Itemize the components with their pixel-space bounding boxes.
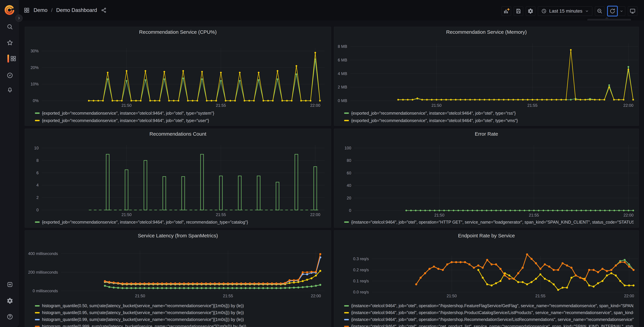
svg-text:400 milliseconds: 400 milliseconds	[28, 251, 58, 256]
svg-text:0.1 req/s: 0.1 req/s	[353, 279, 369, 283]
time-range-picker[interactable]: Last 15 minutes	[538, 6, 592, 16]
svg-text:8 MB: 8 MB	[338, 44, 347, 49]
legend-item[interactable]: {instance="otelcol:9464", job="otel", op…	[344, 316, 634, 323]
legend-label: histogram_quantile(0.50, sum(rate(latenc…	[42, 303, 244, 308]
legend-label: {exported_job="recommendationservice", i…	[42, 118, 209, 123]
sidebar-item-sign-in[interactable]	[6, 281, 14, 288]
legend-item[interactable]: histogram_quantile(0.999, sum(rate(laten…	[35, 323, 326, 327]
dashboard-canvas: Recommendation Service (CPU%)0%10%20%30%…	[19, 20, 644, 327]
svg-text:0.3 req/s: 0.3 req/s	[353, 256, 369, 261]
svg-text:0%: 0%	[33, 98, 38, 103]
sidebar-item-starred[interactable]	[6, 39, 14, 46]
breadcrumb-page[interactable]: Demo Dashboard	[56, 7, 97, 13]
kiosk-mode-icon	[630, 8, 636, 14]
svg-text:10%: 10%	[30, 82, 38, 86]
chevron-down-icon	[585, 9, 589, 13]
grafana-app: Demo / Demo Dashboard	[0, 0, 644, 327]
legend-swatch	[344, 312, 349, 314]
panel-service-latency: Service Latency (from SpanMetrics)0 mill…	[25, 230, 331, 327]
explore-compass-icon	[6, 72, 13, 79]
legend-item[interactable]: {exported_job="recommendationservice", i…	[344, 117, 634, 124]
refresh-icon	[609, 8, 616, 14]
sidebar-item-search[interactable]	[6, 23, 14, 30]
sidebar-item-dashboards[interactable]	[10, 55, 17, 62]
zoom-out-button[interactable]	[595, 6, 604, 16]
svg-text:2: 2	[36, 195, 38, 200]
chart[interactable]: 02040608010021:5021:5522:00	[334, 129, 639, 228]
legend-item[interactable]: {exported_job="recommendationservice", i…	[344, 110, 634, 117]
legend-swatch	[35, 112, 40, 114]
svg-text:6 MB: 6 MB	[338, 58, 347, 62]
sidebar-item-help[interactable]	[6, 313, 14, 320]
svg-text:21:55: 21:55	[223, 294, 233, 298]
top-navigation-bar: Demo / Demo Dashboard	[0, 0, 644, 20]
legend: histogram_quantile(0.50, sum(rate(latenc…	[35, 302, 326, 327]
legend-item[interactable]: {instance="otelcol:9464", job="otel", op…	[344, 218, 634, 226]
clock-icon	[541, 8, 547, 14]
legend-item[interactable]: {instance="otelcol:9464", job="otel", op…	[344, 302, 634, 309]
legend: {exported_job="recommendationservice", i…	[35, 218, 326, 226]
legend-item[interactable]: {exported_job="recommendationservice", i…	[35, 218, 326, 226]
legend-label: {exported_job="recommendationservice", i…	[42, 111, 214, 116]
svg-text:30%: 30%	[30, 49, 38, 53]
legend-swatch	[35, 326, 40, 327]
legend-label: histogram_quantile(0.999, sum(rate(laten…	[42, 324, 246, 327]
svg-text:21:50: 21:50	[432, 103, 442, 108]
grafana-logo[interactable]	[4, 4, 15, 15]
legend-label: {instance="otelcol:9464", job="otel", op…	[351, 324, 634, 327]
legend-label: {instance="otelcol:9464", job="otel", op…	[351, 303, 634, 308]
dashboard-settings-button[interactable]	[526, 6, 535, 16]
time-range-label: Last 15 minutes	[549, 8, 582, 14]
legend-swatch	[344, 222, 349, 223]
legend-swatch	[344, 120, 349, 121]
alerting-bell-icon	[6, 86, 13, 93]
chevron-right-icon	[17, 16, 21, 20]
refresh-interval-dropdown[interactable]	[618, 6, 625, 16]
svg-text:22:00: 22:00	[310, 103, 320, 108]
svg-text:21:50: 21:50	[135, 294, 145, 298]
panel-recommendations-count: Recommendations Count024681021:5021:5522…	[25, 128, 331, 228]
legend-label: {exported_job="recommendationservice", i…	[351, 111, 516, 116]
save-dashboard-icon	[516, 8, 522, 14]
svg-text:10: 10	[34, 146, 38, 150]
sidebar-item-alerting[interactable]	[6, 86, 14, 94]
svg-text:40: 40	[347, 183, 351, 188]
save-dashboard-button[interactable]	[514, 6, 523, 16]
kiosk-mode-button[interactable]	[628, 6, 637, 16]
add-panel-button[interactable]	[502, 6, 511, 16]
sidebar-item-explore[interactable]	[6, 72, 14, 79]
sidebar-expand-button[interactable]	[15, 14, 23, 22]
sidebar-item-settings[interactable]	[6, 297, 14, 304]
refresh-button[interactable]	[607, 6, 618, 16]
legend-item[interactable]: histogram_quantile(0.95, sum(rate(latenc…	[35, 309, 326, 316]
legend-swatch	[35, 319, 40, 320]
legend-label: {instance="otelcol:9464", job="otel", op…	[351, 310, 634, 315]
svg-text:6: 6	[36, 170, 38, 175]
refresh-button-group	[607, 6, 625, 16]
legend-item[interactable]: {instance="otelcol:9464", job="otel", op…	[344, 309, 634, 316]
chart[interactable]: 024681021:5021:5522:00	[25, 129, 331, 228]
legend-item[interactable]: {exported_job="recommendationservice", i…	[35, 110, 326, 117]
legend-swatch	[344, 319, 349, 320]
share-icon[interactable]	[101, 7, 107, 13]
svg-text:21:55: 21:55	[528, 103, 538, 108]
dashboard-grid-icon	[24, 7, 30, 14]
panel-recommendation-service-cpu: Recommendation Service (CPU%)0%10%20%30%…	[25, 27, 331, 126]
svg-text:21:55: 21:55	[216, 103, 226, 108]
legend-item[interactable]: histogram_quantile(0.50, sum(rate(latenc…	[35, 302, 326, 309]
legend-item[interactable]: {instance="otelcol:9464", job="otel", op…	[344, 323, 634, 327]
panel-error-rate: Error Rate02040608010021:5021:5522:00{in…	[334, 128, 639, 228]
legend-item[interactable]: {exported_job="recommendationservice", i…	[35, 117, 326, 124]
svg-text:0 milliseconds: 0 milliseconds	[32, 288, 58, 293]
svg-text:21:50: 21:50	[122, 103, 132, 108]
legend-label: {exported_job="recommendationservice", i…	[42, 220, 248, 224]
svg-text:0: 0	[36, 208, 38, 212]
breadcrumb-section[interactable]: Demo	[34, 7, 48, 13]
legend-label: histogram_quantile(0.95, sum(rate(latenc…	[42, 310, 244, 315]
svg-text:21:55: 21:55	[536, 294, 546, 298]
legend-item[interactable]: histogram_quantile(0.99, sum(rate(latenc…	[35, 316, 326, 323]
search-icon	[6, 24, 13, 30]
panel-endpoint-rate-by-service: Endpoint Rate by Service0.0 req/s0.1 req…	[334, 230, 639, 327]
legend-swatch	[344, 112, 349, 114]
svg-text:22:00: 22:00	[311, 294, 321, 298]
